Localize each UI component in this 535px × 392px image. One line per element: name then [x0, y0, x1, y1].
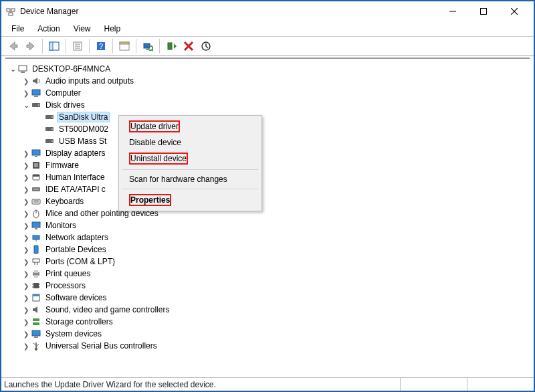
- category-keyboards[interactable]: Keyboards: [44, 197, 85, 206]
- root-node[interactable]: DESKTOP-6F4MNCA: [31, 64, 112, 74]
- expand-icon[interactable]: ❯: [21, 294, 31, 302]
- minimize-button[interactable]: [437, 1, 468, 21]
- category-computer[interactable]: Computer: [44, 88, 82, 98]
- expand-icon[interactable]: ❯: [21, 210, 31, 217]
- expand-icon[interactable]: ❯: [21, 186, 31, 193]
- properties-toolbar-button[interactable]: [70, 38, 86, 54]
- device-sandisk[interactable]: SanDisk Ultra: [58, 112, 109, 122]
- expand-icon[interactable]: ❯: [21, 174, 31, 181]
- expand-icon[interactable]: ❯: [21, 246, 31, 254]
- expand-icon[interactable]: ❯: [21, 318, 31, 326]
- svg-rect-53: [33, 235, 39, 239]
- disable-device-toolbar-button[interactable]: [198, 38, 214, 54]
- category-ide[interactable]: IDE ATA/ATAPI c: [44, 185, 107, 194]
- category-disk-drives[interactable]: Disk drives: [44, 100, 86, 110]
- category-print-queues[interactable]: Print queues: [44, 269, 92, 278]
- expand-icon[interactable]: ❯: [21, 270, 31, 278]
- device-st500[interactable]: ST500DM002: [58, 124, 110, 134]
- category-sound[interactable]: Sound, video and game controllers: [44, 305, 171, 314]
- svg-rect-1: [11, 9, 15, 11]
- category-usb[interactable]: Universal Serial Bus controllers: [44, 341, 158, 351]
- printer-icon: [31, 268, 41, 279]
- svg-rect-0: [7, 9, 10, 11]
- mouse-icon: [31, 208, 41, 219]
- context-menu: Update driver Disable device Uninstall d…: [118, 115, 262, 211]
- category-processors[interactable]: Processors: [44, 281, 87, 290]
- svg-rect-19: [146, 49, 148, 50]
- category-monitors[interactable]: Monitors: [44, 221, 78, 230]
- close-button[interactable]: [499, 1, 530, 21]
- menu-help[interactable]: Help: [98, 23, 127, 35]
- highlight-box: Uninstall device: [129, 153, 188, 165]
- expand-icon[interactable]: ❯: [21, 162, 31, 169]
- expand-icon[interactable]: ❯: [21, 222, 31, 229]
- network-icon: [31, 232, 41, 243]
- toolbar: ?: [1, 36, 534, 56]
- forward-button[interactable]: [23, 38, 39, 54]
- toolbar-separator: [159, 39, 160, 54]
- toolbar-separator: [42, 39, 43, 54]
- portable-icon: [31, 244, 41, 255]
- svg-rect-9: [49, 42, 53, 50]
- category-ports[interactable]: Ports (COM & LPT): [44, 257, 116, 266]
- svg-rect-2: [9, 13, 13, 15]
- category-display[interactable]: Display adapters: [44, 149, 106, 158]
- uninstall-device-toolbar-button[interactable]: [181, 38, 197, 54]
- update-driver-toolbar-button[interactable]: [163, 38, 179, 54]
- ide-icon: [31, 184, 41, 195]
- monitor-icon: [31, 220, 41, 231]
- svg-rect-29: [34, 96, 38, 97]
- category-storage[interactable]: Storage controllers: [44, 317, 114, 326]
- expand-icon[interactable]: ❯: [21, 234, 31, 241]
- expand-icon[interactable]: ❯: [21, 330, 31, 338]
- processor-icon: [31, 280, 41, 291]
- svg-rect-61: [34, 275, 38, 278]
- expand-icon[interactable]: ❯: [21, 282, 31, 290]
- category-audio[interactable]: Audio inputs and outputs: [44, 76, 135, 86]
- category-firmware[interactable]: Firmware: [44, 161, 80, 170]
- firmware-icon: [31, 160, 41, 171]
- ctx-uninstall-device[interactable]: Uninstall device: [121, 150, 259, 167]
- expand-icon[interactable]: ❯: [21, 198, 31, 205]
- ctx-scan-hardware[interactable]: Scan for hardware changes: [121, 172, 259, 187]
- help-toolbar-button[interactable]: ?: [93, 38, 109, 54]
- category-hid[interactable]: Human Interface: [44, 173, 106, 182]
- expand-icon[interactable]: ❯: [21, 78, 31, 85]
- expand-icon[interactable]: ❯: [21, 150, 31, 157]
- svg-point-33: [51, 116, 53, 118]
- svg-rect-68: [33, 294, 39, 296]
- expand-icon[interactable]: ❯: [21, 306, 31, 314]
- collapse-icon[interactable]: ⌄: [21, 101, 31, 110]
- back-button[interactable]: [5, 38, 21, 54]
- category-network[interactable]: Network adapters: [44, 233, 110, 242]
- show-hide-tree-button[interactable]: [46, 38, 62, 54]
- svg-rect-28: [32, 90, 40, 95]
- menu-file[interactable]: File: [5, 23, 30, 35]
- expand-icon[interactable]: ⌄: [8, 65, 17, 74]
- expand-icon[interactable]: ❯: [21, 90, 31, 97]
- menu-action[interactable]: Action: [31, 23, 66, 35]
- system-icon: [31, 328, 41, 339]
- menu-view[interactable]: View: [68, 23, 97, 35]
- scan-hardware-button[interactable]: [140, 38, 156, 54]
- ctx-separator: [122, 169, 258, 170]
- sound-icon: [31, 304, 41, 315]
- svg-rect-38: [32, 150, 40, 155]
- expand-icon[interactable]: ❯: [21, 342, 31, 350]
- ctx-properties[interactable]: Properties: [121, 191, 259, 209]
- action-toolbar-button[interactable]: [116, 38, 132, 54]
- expand-icon[interactable]: ❯: [21, 258, 31, 266]
- ctx-disable-device[interactable]: Disable device: [121, 135, 259, 150]
- category-software[interactable]: Software devices: [44, 293, 108, 302]
- device-tree[interactable]: ⌄ DESKTOP-6F4MNCA ❯ Audio inputs and out…: [5, 58, 530, 376]
- computer-icon: [31, 88, 41, 98]
- usb-icon: [31, 340, 41, 351]
- svg-rect-72: [34, 336, 38, 338]
- category-portable[interactable]: Portable Devices: [44, 245, 108, 254]
- menu-bar: File Action View Help: [1, 21, 534, 36]
- ctx-update-driver[interactable]: Update driver: [121, 118, 259, 135]
- device-usb-mass[interactable]: USB Mass St: [58, 136, 108, 146]
- keyboard-icon: [31, 196, 41, 207]
- maximize-button[interactable]: [468, 1, 499, 21]
- category-system[interactable]: System devices: [44, 329, 103, 338]
